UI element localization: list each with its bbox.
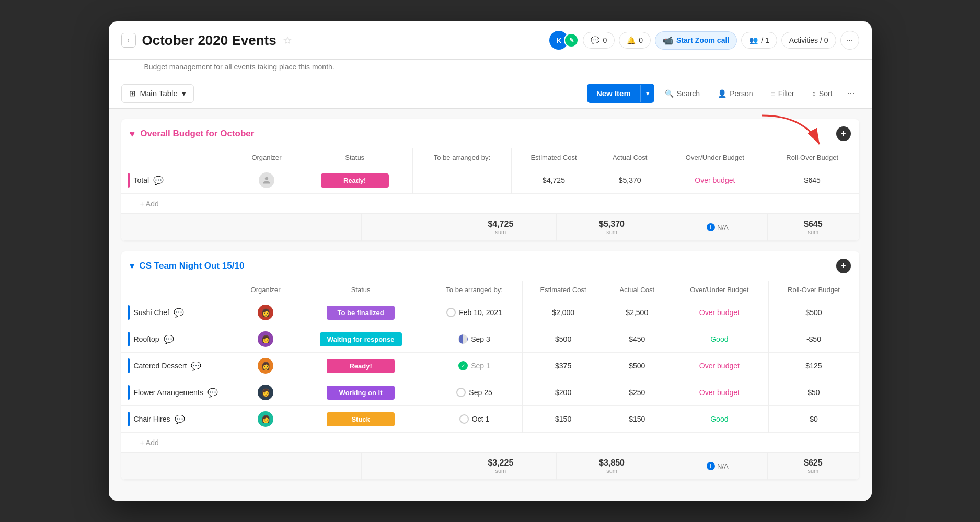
- group-collapse-icon-overall[interactable]: ♥: [130, 129, 135, 140]
- col-estimated-cs: Estimated Cost: [523, 281, 604, 299]
- main-table-label: Main Table: [140, 89, 178, 98]
- status-cell-total[interactable]: Ready!: [297, 167, 412, 194]
- actual-catered: $500: [604, 353, 670, 379]
- table-chevron-icon: ▾: [182, 89, 186, 98]
- group-overall-budget: ♥ Overall Budget for October + Organizer…: [121, 119, 859, 241]
- group-collapse-icon-cs[interactable]: ▾: [130, 260, 134, 272]
- filter-label: Filter: [778, 89, 794, 98]
- person-label: Person: [730, 89, 753, 98]
- estimated-flower: $200: [523, 379, 604, 406]
- organizer-avatar[interactable]: 👩: [258, 411, 273, 427]
- filter-icon: ≡: [771, 89, 775, 98]
- favorite-star-icon[interactable]: ☆: [283, 34, 292, 47]
- sum-date: [362, 453, 445, 480]
- search-icon: 🔍: [665, 89, 674, 98]
- page-title: October 2020 Events: [142, 32, 276, 49]
- comment-icon[interactable]: 💬: [153, 176, 164, 185]
- col-rollover-cs: Roll-Over Budget: [769, 281, 859, 299]
- status-badge[interactable]: Waiting for response: [320, 332, 402, 346]
- status-flower[interactable]: Working on it: [295, 379, 426, 406]
- comment-button[interactable]: 💬 0: [583, 32, 615, 49]
- row-color-bar: [128, 412, 130, 426]
- date-circle: ✓: [458, 361, 468, 370]
- organizer-avatar[interactable]: 👩: [258, 385, 273, 400]
- status-badge[interactable]: Working on it: [327, 386, 395, 400]
- date-flower: Sep 25: [426, 379, 523, 406]
- item-name-label: Sushi Chef: [134, 308, 169, 317]
- info-icon: i: [707, 223, 715, 231]
- search-button[interactable]: 🔍 Search: [658, 85, 707, 102]
- page-subtitle: Budget management for all events taking …: [109, 60, 872, 78]
- organizer-flower: 👩: [236, 379, 295, 406]
- people-icon: 👥: [749, 36, 758, 44]
- sum-rollover-cs: $625 sum: [768, 453, 859, 480]
- updates-button[interactable]: 🔔 0: [619, 32, 651, 49]
- comment-icon[interactable]: 💬: [174, 308, 184, 318]
- header-more-button[interactable]: ···: [840, 31, 859, 50]
- comment-icon[interactable]: 💬: [191, 361, 201, 371]
- new-item-dropdown-icon[interactable]: ▾: [640, 85, 654, 102]
- col-arranged-cs: To be arranged by:: [426, 281, 523, 299]
- collapse-button[interactable]: ›: [121, 33, 136, 48]
- sum-spacer: [121, 214, 236, 241]
- comment-icon: 💬: [591, 36, 599, 44]
- people-button[interactable]: 👥 / 1: [741, 32, 777, 49]
- col-item-cs: [121, 281, 236, 299]
- add-column-button-overall[interactable]: +: [836, 126, 851, 141]
- organizer-avatar[interactable]: 👩: [258, 331, 273, 347]
- zoom-icon: 📹: [663, 36, 673, 45]
- zoom-button[interactable]: 📹 Start Zoom call: [655, 31, 737, 50]
- item-name-label: Flower Arrangements: [134, 388, 203, 397]
- toolbar-more-button[interactable]: ···: [843, 84, 859, 103]
- add-column-button-cs[interactable]: +: [836, 259, 851, 273]
- date-value: Sep 1: [471, 362, 490, 370]
- col-item-overall: [121, 148, 236, 167]
- comment-icon[interactable]: 💬: [175, 414, 185, 424]
- activities-button[interactable]: Activities / 0: [781, 32, 836, 49]
- main-table-button[interactable]: ⊞ Main Table ▾: [121, 84, 194, 103]
- date-cell-total: [412, 167, 512, 194]
- group-header-cs: ▾ CS Team Night Out 15/10 +: [121, 251, 859, 281]
- sum-date: [362, 214, 445, 241]
- sum-actual: $5,370 sum: [556, 214, 667, 241]
- status-sushi[interactable]: To be finalized: [295, 299, 426, 326]
- row-color-bar: [128, 358, 130, 373]
- sum-actual-cs: $3,850 sum: [556, 453, 667, 480]
- add-row-overall[interactable]: + Add: [121, 194, 859, 213]
- status-rooftop[interactable]: Waiting for response: [295, 326, 426, 353]
- sum-status: [278, 214, 362, 241]
- person-filter-button[interactable]: 👤 Person: [710, 85, 760, 102]
- comment-count: 0: [603, 36, 607, 44]
- status-badge[interactable]: Stuck: [327, 412, 395, 426]
- info-icon: i: [707, 462, 715, 470]
- sum-row-overall: $4,725 sum $5,370 sum i N/A: [121, 214, 859, 241]
- organizer-avatar[interactable]: 👩: [258, 358, 273, 374]
- date-circle: [456, 388, 466, 397]
- estimated-catered: $375: [523, 353, 604, 379]
- add-row-cs[interactable]: + Add: [121, 433, 859, 452]
- status-catered[interactable]: Ready!: [295, 353, 426, 379]
- status-badge[interactable]: Ready!: [327, 359, 395, 373]
- comment-icon[interactable]: 💬: [207, 388, 218, 398]
- table-overall: Organizer Status To be arranged by: Esti…: [121, 148, 859, 241]
- table-row: Flower Arrangements 💬 👩 Working on it: [121, 379, 859, 406]
- status-chair[interactable]: Stuck: [295, 406, 426, 433]
- col-organizer-cs: Organizer: [236, 281, 295, 299]
- organizer-catered: 👩: [236, 353, 295, 379]
- filter-button[interactable]: ≡ Filter: [764, 85, 802, 102]
- new-item-button[interactable]: New Item ▾: [587, 84, 654, 103]
- avatar-edit[interactable]: ✎: [564, 33, 579, 48]
- date-value: Sep 25: [469, 388, 492, 397]
- table-icon: ⊞: [129, 89, 136, 98]
- sort-button[interactable]: ↕ Sort: [805, 85, 840, 102]
- updates-count: 0: [639, 36, 643, 44]
- organizer-avatar[interactable]: [259, 172, 274, 188]
- organizer-rooftop: 👩: [236, 326, 295, 353]
- status-badge[interactable]: Ready!: [321, 173, 389, 188]
- status-badge[interactable]: To be finalized: [327, 306, 395, 320]
- comment-icon[interactable]: 💬: [164, 334, 174, 344]
- over-under-total: Over budget: [664, 167, 766, 194]
- na-label: N/A: [717, 224, 729, 231]
- organizer-avatar[interactable]: 👩: [258, 305, 273, 320]
- rollover-chair: $0: [769, 406, 859, 433]
